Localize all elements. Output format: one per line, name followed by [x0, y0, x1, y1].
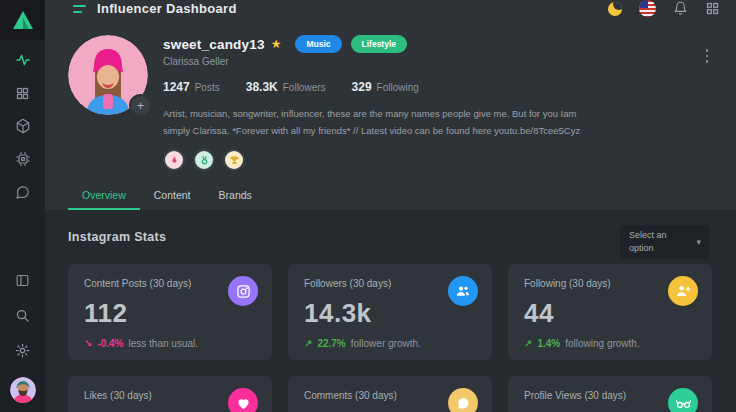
stat-followers: 38.3KFollowers	[246, 80, 326, 94]
sidebar-footer-nav	[10, 272, 36, 403]
stat-following-value: 329	[352, 80, 372, 94]
growth-note: follower growth.	[351, 338, 421, 349]
delta-up-arrow-icon: ↗	[524, 338, 532, 349]
card-value: 44	[524, 298, 696, 329]
sidebar-item-layout[interactable]	[15, 272, 31, 288]
sidebar-nav	[15, 52, 31, 200]
stat-posts-value: 1247	[163, 80, 190, 94]
cube-icon	[15, 118, 31, 134]
card-likes[interactable]: Likes (30 days)	[68, 376, 272, 412]
grid-icon	[15, 86, 30, 101]
search-icon	[15, 308, 30, 323]
glasses-icon	[668, 388, 698, 412]
delta-value: -0.4%	[97, 338, 123, 349]
page-title: Influencer Dashboard	[97, 1, 237, 16]
main-area: Influencer Dashboard	[45, 0, 736, 412]
topbar: Influencer Dashboard	[45, 0, 736, 17]
sidebar-item-dashboard[interactable]	[15, 85, 31, 101]
card-value: 14.3k	[304, 298, 476, 329]
card-comments[interactable]: Comments (30 days)	[288, 376, 492, 412]
comment-bubble-icon	[448, 388, 478, 412]
sidebar-item-settings[interactable]	[15, 342, 31, 358]
language-flag-us-icon[interactable]	[639, 0, 656, 17]
stat-followers-value: 38.3K	[246, 80, 278, 94]
influencer-dashboard-app: Influencer Dashboard	[0, 0, 736, 412]
triangle-logo-icon	[12, 10, 34, 30]
tab-brands[interactable]: Brands	[205, 181, 266, 210]
tab-content[interactable]: Content	[140, 181, 205, 210]
trophy-icon	[229, 155, 240, 166]
star-icon: ★	[271, 37, 282, 51]
flame-icon	[169, 155, 180, 166]
bell-icon	[673, 1, 688, 16]
dark-mode-moon-icon[interactable]	[608, 2, 622, 16]
card-followers[interactable]: Followers (30 days) 14.3k ↗ 22.7% follow…	[288, 264, 492, 360]
tag-music[interactable]: Music	[295, 35, 341, 53]
flame-badge[interactable]	[163, 149, 185, 171]
card-growth: ↗ 1.4% following growth.	[524, 338, 696, 349]
sidebar-item-search[interactable]	[15, 307, 31, 323]
profile-username: sweet_candy13	[163, 37, 265, 52]
layout-panel-icon	[15, 273, 30, 288]
sidebar-user-avatar[interactable]	[10, 377, 36, 403]
sidebar-item-analytics[interactable]	[15, 52, 31, 68]
stat-posts: 1247Posts	[163, 80, 220, 94]
medal-icon	[199, 155, 210, 166]
delta-down-arrow-icon: ↘	[84, 338, 92, 349]
flag-canton	[639, 0, 648, 8]
apps-grid-icon	[705, 1, 720, 16]
card-value: 112	[84, 298, 256, 329]
stats-cards-row-1: Content Posts (30 days) 112 ↘ -0.4% less…	[68, 264, 712, 360]
heart-icon	[228, 388, 258, 412]
apps-menu-button[interactable]	[705, 1, 720, 16]
profile-header: + sweet_candy13 ★ Music Lifestyle Claris…	[45, 17, 736, 171]
avatar-add-button[interactable]: +	[129, 94, 152, 117]
stat-followers-label: Followers	[283, 82, 326, 93]
activity-icon	[15, 52, 31, 68]
section-heading: Instagram Stats	[68, 230, 712, 244]
chevron-down-icon: ▾	[696, 237, 701, 247]
user-avatar-image	[10, 377, 36, 403]
profile-more-menu[interactable]	[702, 45, 713, 171]
gear-icon	[15, 343, 30, 358]
profile-tabs: Overview Content Brands	[45, 181, 736, 210]
tag-lifestyle[interactable]: Lifestyle	[351, 35, 408, 53]
stat-posts-label: Posts	[195, 82, 220, 93]
card-following[interactable]: Following (30 days) 44 ↗ 1.4% following …	[508, 264, 712, 360]
growth-note: following growth.	[565, 338, 639, 349]
delta-value: 22.7%	[317, 338, 345, 349]
stats-filter-dropdown[interactable]: Select an option ▾	[620, 225, 710, 259]
topbar-actions	[608, 0, 720, 17]
menu-toggle-icon[interactable]	[73, 5, 86, 13]
dropdown-selected-value: Select an option	[629, 229, 681, 255]
card-content-posts[interactable]: Content Posts (30 days) 112 ↘ -0.4% less…	[68, 264, 272, 360]
instagram-stats-section: Instagram Stats Select an option ▾ Conte…	[45, 210, 736, 412]
chat-bubble-icon	[15, 185, 30, 200]
medal-badge[interactable]	[193, 149, 215, 171]
growth-note: less than usual.	[129, 338, 199, 349]
notifications-button[interactable]	[673, 1, 688, 16]
card-growth: ↘ -0.4% less than usual.	[84, 338, 256, 349]
chip-icon	[15, 151, 31, 167]
profile-name-row: sweet_candy13 ★ Music Lifestyle	[163, 35, 702, 53]
card-profile-views[interactable]: Profile Views (30 days)	[508, 376, 712, 412]
card-growth: ↗ 22.7% follower growth.	[304, 338, 476, 349]
stats-cards-row-2: Likes (30 days) Comments (30 days) Profi…	[68, 376, 712, 412]
profile-avatar-wrap: +	[68, 35, 148, 115]
profile-stats: 1247Posts 38.3KFollowers 329Following	[163, 80, 702, 94]
profile-bio: Artist, musician, songwriter, influencer…	[163, 106, 595, 139]
profile-info: sweet_candy13 ★ Music Lifestyle Clarissa…	[163, 35, 702, 171]
delta-value: 1.4%	[537, 338, 560, 349]
sidebar	[0, 0, 45, 412]
sidebar-item-integrations[interactable]	[15, 151, 31, 167]
stat-following-label: Following	[377, 82, 419, 93]
profile-badges	[163, 149, 702, 171]
delta-up-arrow-icon: ↗	[304, 338, 312, 349]
sidebar-item-products[interactable]	[15, 118, 31, 134]
app-logo[interactable]	[0, 0, 45, 40]
profile-real-name: Clarissa Geller	[163, 56, 702, 67]
tab-overview[interactable]: Overview	[68, 181, 140, 210]
trophy-badge[interactable]	[223, 149, 245, 171]
stat-following: 329Following	[352, 80, 419, 94]
sidebar-item-messages[interactable]	[15, 184, 31, 200]
